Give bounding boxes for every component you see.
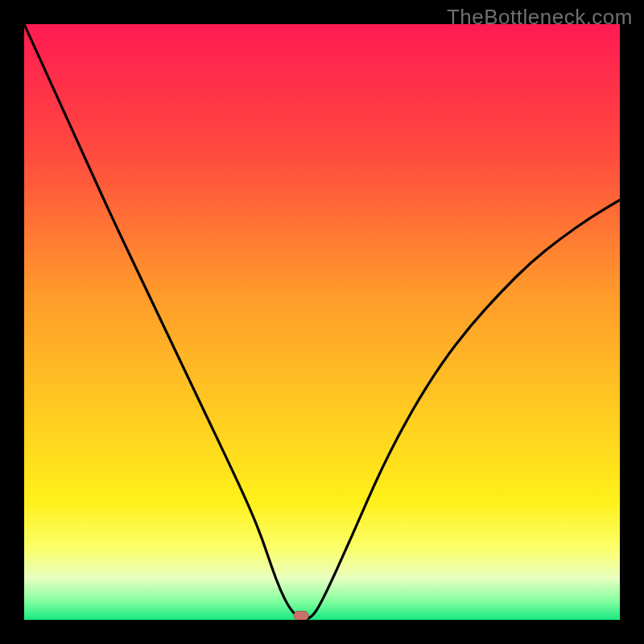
optimal-point-marker [294,611,308,620]
watermark-text: TheBottleneck.com [447,5,633,30]
plot-area [24,24,620,620]
chart-frame: TheBottleneck.com [0,0,644,644]
chart-svg [24,24,620,620]
gradient-background [24,24,620,620]
